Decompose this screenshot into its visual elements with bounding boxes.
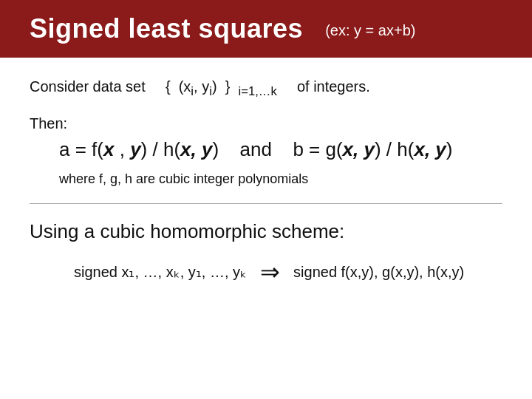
where-line: where f, g, h are cubic integer polynomi… <box>59 171 502 187</box>
signed-right: signed f(x,y), g(x,y), h(x,y) <box>293 264 464 281</box>
consider-label: Consider data set <box>30 78 146 95</box>
formula-and: and <box>229 138 282 161</box>
implies-arrow: ⇒ <box>260 258 280 286</box>
signed-left: signed x₁, …, xₖ, y₁, …, yₖ <box>74 263 247 281</box>
formula-a: a = f(x , y) / h(x, y) <box>59 138 219 161</box>
formula-b: b = g(x, y) / h(x, y) <box>293 138 452 161</box>
signed-line: signed x₁, …, xₖ, y₁, …, yₖ ⇒ signed f(x… <box>74 258 502 286</box>
page-title: Signed least squares <box>30 13 303 44</box>
consider-set-notation: { (xi, yi) } i=1,…k <box>166 78 277 99</box>
consider-line: Consider data set { (xi, yi) } i=1,…k of… <box>30 78 502 99</box>
then-label: Then: <box>30 115 502 132</box>
consider-of-integers: of integers. <box>297 78 370 95</box>
main-content: Consider data set { (xi, yi) } i=1,…k of… <box>0 58 532 301</box>
formula-line: a = f(x , y) / h(x, y) and b = g(x, y) /… <box>59 138 502 161</box>
section-divider <box>30 203 502 204</box>
header-subtitle: (ex: y = ax+b) <box>325 22 415 39</box>
cubic-heading: Using a cubic homomorphic scheme: <box>30 220 502 243</box>
header: Signed least squares (ex: y = ax+b) <box>0 0 532 58</box>
